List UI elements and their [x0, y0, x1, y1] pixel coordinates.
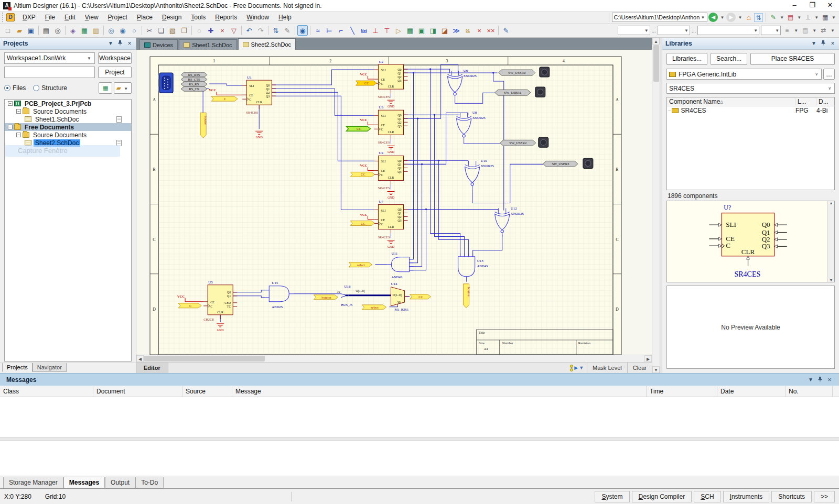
port-select[interactable]: select [349, 262, 372, 267]
nav-back-drop[interactable]: ▼ [719, 15, 725, 20]
library-more-button[interactable]: … [823, 69, 835, 80]
zoom-selection-icon[interactable]: ◉ [297, 25, 308, 36]
cut-icon[interactable]: ✂ [144, 25, 155, 36]
editor-tab[interactable]: Editor [136, 363, 168, 373]
save-document-icon[interactable]: ▣ [26, 25, 36, 36]
port-bouton[interactable]: bouton [314, 295, 338, 300]
menu-tools[interactable]: Tools [186, 12, 210, 23]
tree-item-source-documents[interactable]: −Source Documents [5, 131, 131, 139]
print-icon[interactable]: ▤ [41, 25, 51, 36]
port-cc[interactable]: CC [346, 126, 370, 131]
place-net-label-icon[interactable]: Net [359, 25, 369, 36]
menu-window[interactable]: Window [242, 12, 274, 23]
home-icon[interactable]: ⌂ [744, 13, 753, 22]
annotation-pencil-icon[interactable]: ✎ [501, 25, 511, 36]
style-combo[interactable]: ▼ [697, 26, 759, 35]
place-sr4ces-button[interactable]: Place SR4CES [750, 53, 835, 65]
port-select[interactable]: select [362, 305, 386, 310]
messages-column-no[interactable]: No. [786, 386, 833, 397]
port-rs-cts[interactable]: RS_CTS [181, 77, 207, 82]
minimize-button[interactable]: – [786, 0, 803, 11]
tree-item-source-documents[interactable]: −Source Documents [5, 107, 131, 115]
new-sheet-icon[interactable]: ▥ [91, 25, 101, 36]
dxp-icon[interactable]: D [6, 13, 15, 21]
place-line-icon[interactable]: ╲ [347, 25, 358, 36]
port-c[interactable]: C [178, 303, 201, 308]
project-name-input[interactable] [4, 67, 95, 78]
port-cc[interactable]: CC [410, 294, 431, 299]
lib-column-l[interactable]: L... [795, 98, 816, 105]
search-button[interactable]: Search... [711, 53, 747, 65]
vertical-scroll-thumb[interactable] [653, 45, 659, 82]
port-c[interactable]: C [211, 96, 238, 101]
layers-icon[interactable]: ▤ [786, 13, 795, 22]
libraries-button[interactable]: Libraries... [666, 53, 707, 65]
zoom-point-icon[interactable]: ○ [129, 25, 139, 36]
panel-close-icon[interactable]: × [126, 40, 133, 47]
bottom-tab-messages[interactable]: Messages [63, 477, 105, 488]
place-part-icon[interactable]: ▦ [405, 25, 415, 36]
paste-icon[interactable]: ▧ [167, 25, 178, 36]
copy-icon[interactable]: ❏ [156, 25, 166, 36]
clear-button[interactable]: Clear [627, 363, 652, 373]
nav-forward-drop[interactable]: ▼ [737, 15, 743, 20]
mask-icons[interactable]: ▶▼ [567, 365, 587, 371]
bottom-tab-storage-manager[interactable]: Storage Manager [3, 477, 63, 488]
bottom-tab-to-do[interactable]: To-Do [135, 477, 164, 488]
workspace-dropdown[interactable]: Workspace1.DsnWrk▼ [4, 52, 95, 64]
nav-forward-icon[interactable]: ▶ [726, 13, 736, 22]
project-button[interactable]: Project [98, 67, 132, 78]
line-weight-icon[interactable]: ≡ [782, 26, 791, 35]
port-sw-user2[interactable]: SW_USER2 [500, 140, 536, 146]
status-button-shortcuts[interactable]: Shortcuts [771, 491, 812, 502]
close-button[interactable]: ✕ [821, 0, 839, 11]
bottom-tab-output[interactable]: Output [105, 477, 135, 488]
horizontal-scrollbar[interactable]: ◀ ▶ [136, 355, 652, 362]
panel-dropdown-icon[interactable]: ▼ [107, 40, 114, 47]
db9-connector[interactable] [158, 73, 173, 93]
libraries-close-icon[interactable]: × [830, 40, 836, 47]
view-3d-icon[interactable]: ◈ [68, 25, 78, 36]
menu-dxp[interactable]: DXP [18, 12, 40, 23]
horizontal-scroll-thumb[interactable] [144, 356, 265, 361]
scroll-right-icon[interactable]: ▶ [644, 355, 652, 362]
document-tab-sheet2-schdoc[interactable]: Sheet2.SchDoc [238, 38, 296, 50]
status-button-instruments[interactable]: Instruments [723, 491, 770, 502]
place-wire-icon[interactable]: ≈ [313, 25, 323, 36]
radio-files[interactable]: Files [4, 84, 26, 92]
messages-column-source[interactable]: Source [182, 386, 232, 397]
tree-item-sheet1-schdoc[interactable]: Sheet1.SchDoc [5, 115, 131, 123]
status-button-[interactable]: >> [814, 491, 835, 502]
lib-column-d[interactable]: D... [816, 98, 834, 105]
library-dropdown[interactable]: FPGA Generic.IntLib ∨ [666, 69, 822, 80]
place-gnd-icon[interactable]: ⊥ [370, 25, 381, 36]
place-harness-icon[interactable]: ≫ [451, 25, 461, 36]
place-no-erc-icon[interactable]: × [474, 25, 485, 36]
vertical-scrollbar[interactable]: ▲ ▼ [652, 38, 660, 373]
preview-scrollbar[interactable]: ▲▼ [827, 201, 834, 282]
grid-settings-icon[interactable]: ▦ [821, 13, 830, 22]
scroll-up-icon[interactable]: ▲ [652, 38, 660, 45]
port-rs-rts[interactable]: RS_RTS [181, 72, 207, 77]
maximize-button[interactable]: ❐ [803, 0, 821, 11]
compile-mask-icon[interactable]: ×× [486, 25, 496, 36]
schematic-sheet[interactable]: 1234AABBCCDDTitleSizeA4NumberRevisionU1S… [136, 50, 652, 355]
units-combo[interactable]: ▼ [761, 26, 781, 35]
push-button-switch[interactable] [539, 137, 548, 147]
document-tab-devices[interactable]: Devices [139, 39, 178, 50]
port-cc[interactable]: CC [356, 81, 377, 85]
measure-tool-icon[interactable]: ✎ [769, 13, 778, 22]
messages-column-class[interactable]: Class [0, 386, 93, 397]
mask-level-button[interactable]: Mask Level [587, 363, 627, 373]
messages-column-message[interactable]: Message [232, 386, 647, 397]
port-rs-tx[interactable]: RS_TX [181, 86, 207, 91]
panel-pin-icon[interactable] [117, 40, 123, 47]
move-selection-icon[interactable]: ✚ [206, 25, 216, 36]
port-cc[interactable]: CC [350, 172, 374, 177]
port-sw-user0[interactable]: SW_USER0 [499, 70, 535, 75]
open-document-icon[interactable]: ▰ [14, 25, 25, 36]
messages-column-date[interactable]: Date [717, 386, 786, 397]
messages-pin-icon[interactable] [817, 377, 823, 383]
place-sheet-entry-icon[interactable]: ◨ [428, 25, 438, 36]
nav-back-icon[interactable]: ◀ [708, 13, 718, 22]
